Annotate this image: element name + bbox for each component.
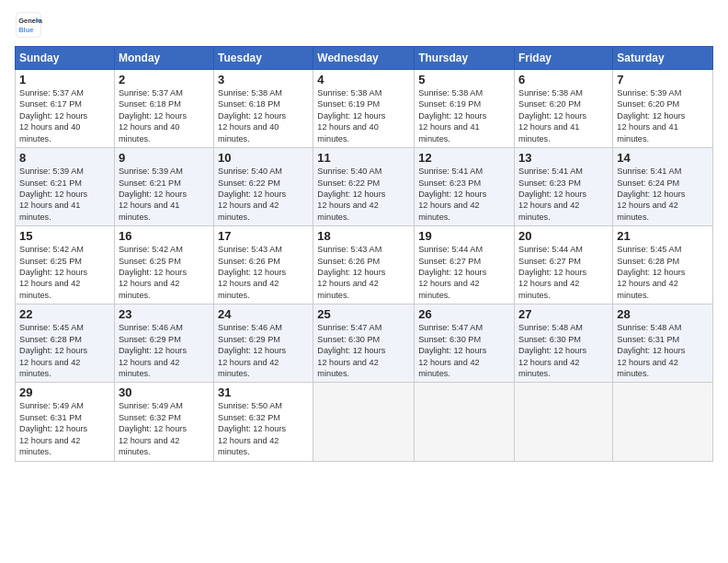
calendar-cell — [515, 383, 613, 461]
logo-icon: General Blue — [15, 11, 42, 39]
calendar-cell: 28Sunrise: 5:48 AMSunset: 6:31 PMDayligh… — [613, 304, 713, 383]
day-number: 12 — [418, 151, 510, 165]
day-number: 24 — [218, 307, 309, 321]
day-detail: Sunrise: 5:39 AMSunset: 6:21 PMDaylight:… — [19, 166, 110, 223]
calendar-cell: 7Sunrise: 5:39 AMSunset: 6:20 PMDaylight… — [613, 70, 713, 148]
day-number: 21 — [617, 229, 709, 243]
calendar-cell: 11Sunrise: 5:40 AMSunset: 6:22 PMDayligh… — [313, 148, 415, 226]
day-number: 15 — [19, 229, 110, 243]
day-number: 3 — [218, 73, 309, 86]
day-detail: Sunrise: 5:41 AMSunset: 6:23 PMDaylight:… — [518, 166, 609, 223]
day-detail: Sunrise: 5:49 AMSunset: 6:32 PMDaylight:… — [119, 400, 210, 457]
calendar-cell: 6Sunrise: 5:38 AMSunset: 6:20 PMDaylight… — [515, 70, 613, 148]
page: General Blue SundayMondayTuesdayWednesda… — [0, 0, 728, 563]
header: General Blue — [15, 11, 713, 39]
calendar: SundayMondayTuesdayWednesdayThursdayFrid… — [15, 46, 713, 462]
day-number: 29 — [19, 385, 110, 399]
day-number: 18 — [317, 229, 410, 243]
day-number: 4 — [317, 73, 410, 86]
day-number: 13 — [518, 151, 609, 165]
calendar-cell: 4Sunrise: 5:38 AMSunset: 6:19 PMDaylight… — [313, 70, 415, 148]
day-number: 14 — [617, 151, 709, 165]
day-detail: Sunrise: 5:37 AMSunset: 6:17 PMDaylight:… — [19, 87, 110, 144]
calendar-cell: 12Sunrise: 5:41 AMSunset: 6:23 PMDayligh… — [415, 148, 515, 226]
logo: General Blue — [15, 11, 42, 39]
day-number: 17 — [218, 229, 309, 243]
calendar-cell — [415, 383, 515, 461]
calendar-cell: 25Sunrise: 5:47 AMSunset: 6:30 PMDayligh… — [313, 304, 415, 383]
day-detail: Sunrise: 5:49 AMSunset: 6:31 PMDaylight:… — [19, 400, 110, 457]
day-detail: Sunrise: 5:50 AMSunset: 6:32 PMDaylight:… — [218, 400, 309, 457]
calendar-cell: 9Sunrise: 5:39 AMSunset: 6:21 PMDaylight… — [114, 148, 213, 226]
calendar-cell: 20Sunrise: 5:44 AMSunset: 6:27 PMDayligh… — [515, 226, 613, 304]
col-header-wednesday: Wednesday — [313, 47, 415, 70]
calendar-cell: 10Sunrise: 5:40 AMSunset: 6:22 PMDayligh… — [214, 148, 313, 226]
day-number: 20 — [518, 229, 609, 243]
col-header-sunday: Sunday — [16, 47, 115, 70]
day-number: 8 — [19, 151, 110, 165]
day-number: 5 — [418, 73, 510, 86]
day-detail: Sunrise: 5:37 AMSunset: 6:18 PMDaylight:… — [119, 87, 210, 144]
day-number: 1 — [19, 73, 110, 86]
calendar-cell: 13Sunrise: 5:41 AMSunset: 6:23 PMDayligh… — [515, 148, 613, 226]
day-detail: Sunrise: 5:47 AMSunset: 6:30 PMDaylight:… — [418, 322, 510, 379]
day-number: 7 — [617, 73, 709, 86]
col-header-tuesday: Tuesday — [214, 47, 313, 70]
calendar-cell: 21Sunrise: 5:45 AMSunset: 6:28 PMDayligh… — [613, 226, 713, 304]
svg-text:Blue: Blue — [18, 26, 33, 34]
day-detail: Sunrise: 5:44 AMSunset: 6:27 PMDaylight:… — [518, 244, 609, 301]
day-detail: Sunrise: 5:38 AMSunset: 6:19 PMDaylight:… — [418, 87, 510, 144]
calendar-cell: 5Sunrise: 5:38 AMSunset: 6:19 PMDaylight… — [415, 70, 515, 148]
day-number: 10 — [218, 151, 309, 165]
day-detail: Sunrise: 5:38 AMSunset: 6:19 PMDaylight:… — [317, 87, 410, 144]
day-detail: Sunrise: 5:40 AMSunset: 6:22 PMDaylight:… — [218, 166, 309, 223]
calendar-cell: 27Sunrise: 5:48 AMSunset: 6:30 PMDayligh… — [515, 304, 613, 383]
calendar-cell: 30Sunrise: 5:49 AMSunset: 6:32 PMDayligh… — [114, 383, 213, 461]
day-detail: Sunrise: 5:48 AMSunset: 6:30 PMDaylight:… — [518, 322, 609, 379]
calendar-cell: 31Sunrise: 5:50 AMSunset: 6:32 PMDayligh… — [214, 383, 313, 461]
day-detail: Sunrise: 5:45 AMSunset: 6:28 PMDaylight:… — [19, 322, 110, 379]
calendar-cell: 23Sunrise: 5:46 AMSunset: 6:29 PMDayligh… — [114, 304, 213, 383]
day-detail: Sunrise: 5:42 AMSunset: 6:25 PMDaylight:… — [119, 244, 210, 301]
calendar-cell: 17Sunrise: 5:43 AMSunset: 6:26 PMDayligh… — [214, 226, 313, 304]
day-detail: Sunrise: 5:42 AMSunset: 6:25 PMDaylight:… — [19, 244, 110, 301]
day-number: 19 — [418, 229, 510, 243]
day-number: 28 — [617, 307, 709, 321]
day-number: 26 — [418, 307, 510, 321]
day-detail: Sunrise: 5:46 AMSunset: 6:29 PMDaylight:… — [218, 322, 309, 379]
day-detail: Sunrise: 5:48 AMSunset: 6:31 PMDaylight:… — [617, 322, 709, 379]
day-detail: Sunrise: 5:41 AMSunset: 6:23 PMDaylight:… — [418, 166, 510, 223]
calendar-cell — [613, 383, 713, 461]
calendar-cell: 8Sunrise: 5:39 AMSunset: 6:21 PMDaylight… — [16, 148, 115, 226]
day-number: 2 — [119, 73, 210, 86]
calendar-cell: 19Sunrise: 5:44 AMSunset: 6:27 PMDayligh… — [415, 226, 515, 304]
calendar-cell: 16Sunrise: 5:42 AMSunset: 6:25 PMDayligh… — [114, 226, 213, 304]
col-header-monday: Monday — [114, 47, 213, 70]
day-number: 16 — [119, 229, 210, 243]
calendar-cell: 2Sunrise: 5:37 AMSunset: 6:18 PMDaylight… — [114, 70, 213, 148]
day-number: 23 — [119, 307, 210, 321]
day-detail: Sunrise: 5:44 AMSunset: 6:27 PMDaylight:… — [418, 244, 510, 301]
calendar-cell: 18Sunrise: 5:43 AMSunset: 6:26 PMDayligh… — [313, 226, 415, 304]
day-detail: Sunrise: 5:39 AMSunset: 6:21 PMDaylight:… — [119, 166, 210, 223]
day-number: 22 — [19, 307, 110, 321]
day-detail: Sunrise: 5:43 AMSunset: 6:26 PMDaylight:… — [218, 244, 309, 301]
col-header-friday: Friday — [515, 47, 613, 70]
calendar-cell: 29Sunrise: 5:49 AMSunset: 6:31 PMDayligh… — [16, 383, 115, 461]
calendar-cell: 1Sunrise: 5:37 AMSunset: 6:17 PMDaylight… — [16, 70, 115, 148]
day-detail: Sunrise: 5:46 AMSunset: 6:29 PMDaylight:… — [119, 322, 210, 379]
calendar-cell: 24Sunrise: 5:46 AMSunset: 6:29 PMDayligh… — [214, 304, 313, 383]
day-number: 30 — [119, 385, 210, 399]
day-detail: Sunrise: 5:40 AMSunset: 6:22 PMDaylight:… — [317, 166, 410, 223]
day-detail: Sunrise: 5:38 AMSunset: 6:20 PMDaylight:… — [518, 87, 609, 144]
calendar-cell: 15Sunrise: 5:42 AMSunset: 6:25 PMDayligh… — [16, 226, 115, 304]
day-number: 25 — [317, 307, 410, 321]
calendar-cell — [313, 383, 415, 461]
day-number: 27 — [518, 307, 609, 321]
calendar-cell: 3Sunrise: 5:38 AMSunset: 6:18 PMDaylight… — [214, 70, 313, 148]
calendar-cell: 22Sunrise: 5:45 AMSunset: 6:28 PMDayligh… — [16, 304, 115, 383]
day-detail: Sunrise: 5:43 AMSunset: 6:26 PMDaylight:… — [317, 244, 410, 301]
day-detail: Sunrise: 5:39 AMSunset: 6:20 PMDaylight:… — [617, 87, 709, 144]
col-header-saturday: Saturday — [613, 47, 713, 70]
day-number: 11 — [317, 151, 410, 165]
